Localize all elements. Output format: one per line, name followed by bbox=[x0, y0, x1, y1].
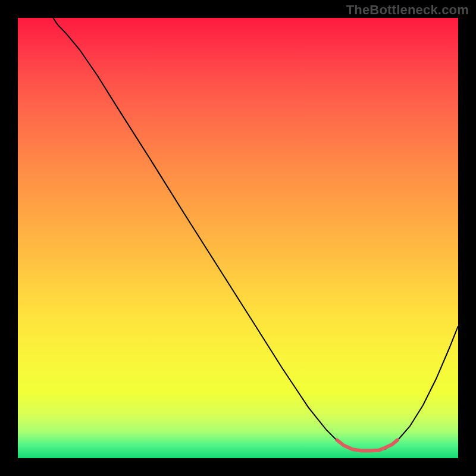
chart-svg bbox=[18, 18, 458, 458]
optimal-range-band bbox=[337, 440, 397, 451]
chart-plot-area bbox=[18, 18, 458, 458]
bottleneck-curve bbox=[53, 18, 458, 452]
watermark-text: TheBottleneck.com bbox=[346, 2, 469, 18]
